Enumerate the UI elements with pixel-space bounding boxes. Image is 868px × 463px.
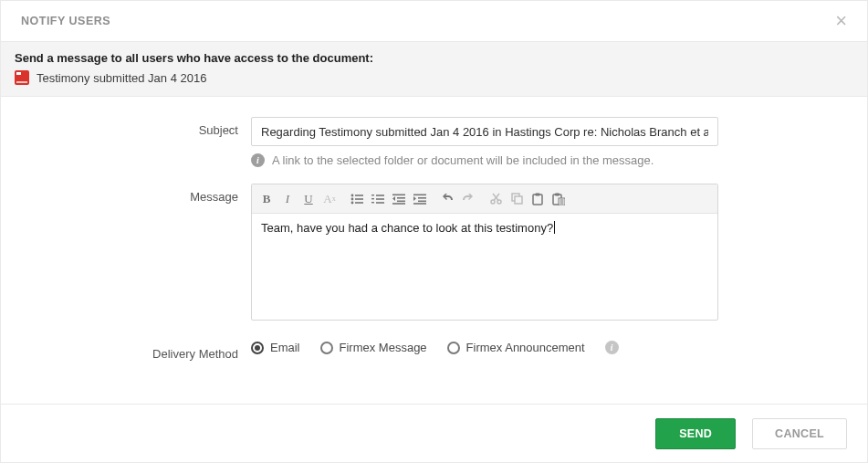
svg-rect-29 (536, 193, 540, 195)
cancel-button[interactable]: CANCEL (752, 418, 847, 449)
message-textarea[interactable]: Team, have you had a chance to look at t… (252, 214, 717, 320)
svg-rect-27 (515, 196, 522, 204)
modal-footer: SEND CANCEL (1, 404, 867, 462)
redo-icon[interactable] (458, 189, 478, 209)
indent-icon[interactable] (410, 189, 430, 209)
svg-rect-28 (533, 195, 542, 205)
delivery-options: Email Firmex Message Firmex Announcement… (251, 341, 718, 354)
info-icon[interactable]: i (605, 341, 619, 354)
info-icon: i (251, 153, 265, 167)
radio-label: Email (270, 341, 300, 354)
pdf-icon (15, 70, 29, 85)
undo-icon[interactable] (437, 189, 457, 209)
svg-point-4 (351, 201, 354, 204)
svg-marker-20 (413, 196, 416, 201)
svg-rect-5 (355, 202, 363, 204)
subject-row: Subject i A link to the selected folder … (21, 117, 847, 167)
radio-label: Firmex Message (340, 341, 427, 354)
svg-line-25 (493, 194, 498, 201)
svg-point-0 (351, 194, 354, 196)
subject-input[interactable] (251, 117, 718, 146)
instruction-text: Send a message to all users who have acc… (15, 51, 853, 65)
svg-rect-31 (555, 193, 559, 195)
radio-firmex-announcement[interactable]: Firmex Announcement (447, 341, 585, 354)
send-button[interactable]: SEND (655, 418, 736, 449)
numbered-list-icon[interactable] (368, 189, 388, 209)
svg-rect-18 (418, 197, 426, 199)
svg-marker-15 (392, 196, 395, 201)
document-row: Testimony submitted Jan 4 2016 (15, 70, 853, 85)
clear-format-icon[interactable]: Ax (319, 189, 340, 209)
radio-dot-icon (251, 342, 264, 354)
cut-icon[interactable] (486, 189, 506, 209)
subject-hint: i A link to the selected folder or docum… (251, 153, 718, 167)
message-text: Team, have you had a chance to look at t… (261, 221, 555, 235)
svg-rect-1 (355, 195, 363, 196)
message-row: Message B I U Ax (21, 184, 847, 321)
delivery-label: Delivery Method (21, 341, 238, 361)
svg-rect-10 (371, 202, 374, 203)
radio-dot-icon (447, 342, 460, 354)
modal-body: Subject i A link to the selected folder … (1, 97, 867, 404)
svg-line-24 (494, 194, 499, 201)
svg-rect-16 (392, 203, 405, 205)
svg-rect-7 (376, 195, 384, 196)
editor-toolbar: B I U Ax (252, 184, 717, 214)
svg-rect-14 (397, 200, 405, 202)
svg-rect-13 (397, 197, 405, 199)
radio-dot-icon (320, 342, 333, 354)
svg-point-2 (351, 197, 354, 200)
paste-text-icon[interactable] (549, 189, 569, 209)
svg-rect-12 (392, 194, 405, 195)
delivery-row: Delivery Method Email Firmex Message Fir… (21, 341, 847, 361)
radio-label: Firmex Announcement (466, 341, 585, 354)
outdent-icon[interactable] (389, 189, 409, 209)
radio-firmex-message[interactable]: Firmex Message (320, 341, 427, 354)
rich-text-editor: B I U Ax (251, 184, 718, 321)
radio-email[interactable]: Email (251, 341, 300, 354)
svg-rect-11 (376, 202, 384, 204)
svg-rect-6 (371, 195, 374, 195)
svg-rect-9 (376, 198, 384, 200)
document-name: Testimony submitted Jan 4 2016 (37, 71, 206, 85)
hint-text: A link to the selected folder or documen… (272, 153, 654, 167)
copy-icon[interactable] (507, 189, 527, 209)
svg-rect-8 (371, 198, 374, 199)
close-icon[interactable]: × (835, 11, 847, 31)
svg-rect-19 (418, 200, 426, 202)
notify-users-modal: NOTIFY USERS × Send a message to all use… (0, 0, 868, 463)
message-label: Message (21, 184, 238, 204)
modal-header: NOTIFY USERS × (1, 1, 867, 42)
bulleted-list-icon[interactable] (347, 189, 367, 209)
modal-title: NOTIFY USERS (21, 15, 110, 27)
italic-icon[interactable]: I (277, 189, 298, 209)
svg-rect-17 (413, 194, 426, 195)
svg-rect-21 (413, 203, 426, 205)
underline-icon[interactable]: U (298, 189, 319, 209)
subject-label: Subject (21, 117, 238, 137)
paste-icon[interactable] (528, 189, 548, 209)
svg-rect-3 (355, 198, 363, 200)
document-context-bar: Send a message to all users who have acc… (1, 42, 867, 97)
bold-icon[interactable]: B (256, 189, 277, 209)
